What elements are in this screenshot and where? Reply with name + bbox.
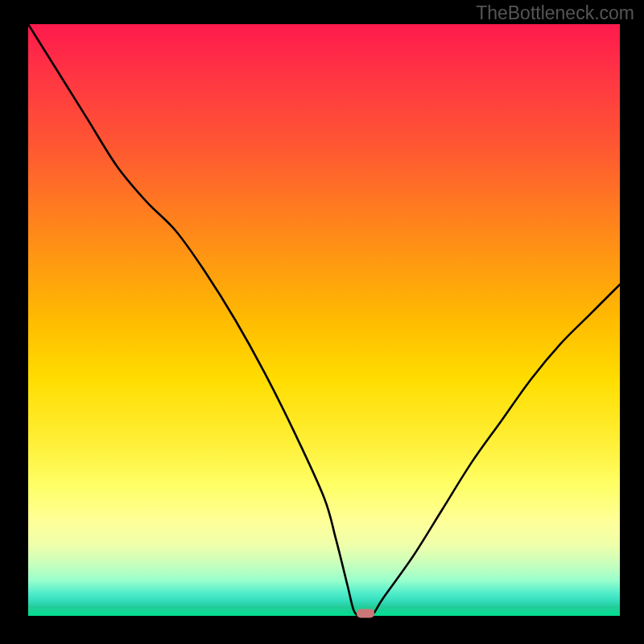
curve-svg	[28, 24, 620, 616]
bottleneck-curve	[28, 24, 620, 616]
watermark-text: TheBottleneck.com	[476, 2, 634, 24]
chart-container: TheBottleneck.com	[0, 0, 644, 644]
optimal-marker	[357, 609, 374, 618]
plot-area	[28, 24, 620, 616]
